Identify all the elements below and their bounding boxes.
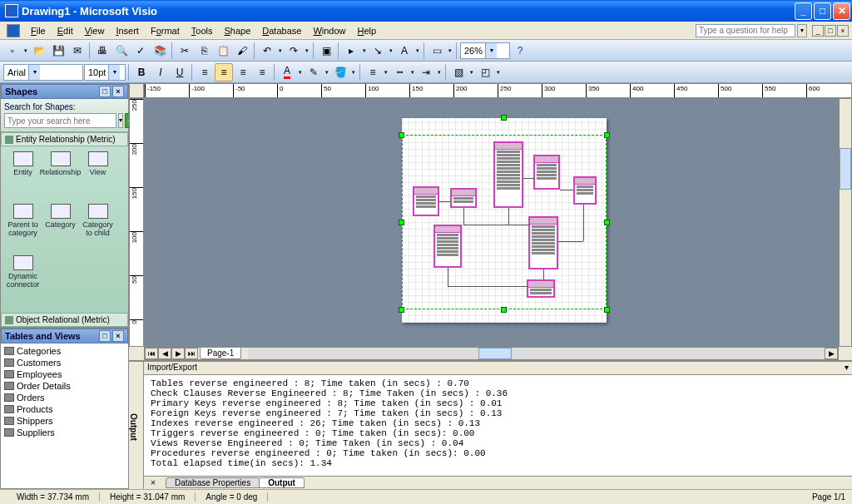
- bold-button[interactable]: B: [132, 63, 151, 82]
- entity-box[interactable]: [433, 225, 462, 268]
- tab-output[interactable]: Output: [259, 477, 305, 488]
- entity-box[interactable]: [493, 141, 523, 208]
- mdi-restore[interactable]: □: [825, 25, 836, 37]
- scrollbar-horizontal[interactable]: [248, 348, 825, 359]
- cut-button[interactable]: ✂: [176, 42, 194, 60]
- shape-dynamic-connector[interactable]: Dynamic connector: [4, 255, 42, 295]
- page-tab[interactable]: Page-1: [200, 348, 241, 359]
- copy-button[interactable]: ⎘: [195, 42, 213, 60]
- undo-button[interactable]: ↶: [258, 42, 276, 60]
- table-item[interactable]: Categories: [2, 345, 126, 357]
- page-nav-first[interactable]: ⏮: [145, 348, 158, 359]
- shape-category[interactable]: Category: [42, 204, 79, 244]
- shapes-pane-close[interactable]: ×: [112, 86, 124, 97]
- entity-box[interactable]: [573, 176, 597, 205]
- print-button[interactable]: 🖶: [93, 42, 111, 60]
- scroll-right-button[interactable]: ▶: [825, 348, 838, 359]
- research-button[interactable]: 📚: [151, 42, 169, 60]
- table-item[interactable]: Shippers: [2, 415, 126, 427]
- align-center-button[interactable]: ≡: [215, 63, 233, 82]
- rectangle-tool[interactable]: ▭: [428, 42, 446, 60]
- menu-edit[interactable]: Edit: [52, 24, 79, 37]
- connector-tool[interactable]: ↘: [369, 42, 387, 60]
- zoom-combo[interactable]: 26%▾: [460, 42, 510, 59]
- paste-button[interactable]: 📋: [214, 42, 232, 60]
- table-item[interactable]: Products: [2, 403, 126, 415]
- shape-view[interactable]: View: [79, 151, 116, 191]
- entity-box[interactable]: [533, 155, 560, 190]
- mdi-minimize[interactable]: _: [812, 25, 824, 37]
- font-color-button[interactable]: A: [278, 63, 296, 82]
- line-color-button[interactable]: ✎: [305, 63, 323, 82]
- tab-database-properties[interactable]: Database Properties: [166, 477, 260, 488]
- tables-pane-toggle[interactable]: □: [99, 330, 111, 342]
- align-right-button[interactable]: ≡: [234, 63, 252, 82]
- shapes-window-button[interactable]: ▣: [317, 42, 335, 60]
- entity-box[interactable]: [528, 216, 558, 269]
- print-preview-button[interactable]: 🔍: [112, 42, 131, 60]
- drawing-page[interactable]: [402, 118, 607, 323]
- font-size-combo[interactable]: 10pt▾: [84, 64, 126, 81]
- shapes-pane-toggle[interactable]: □: [99, 86, 111, 97]
- entity-box[interactable]: [527, 279, 555, 298]
- format-painter-button[interactable]: 🖌: [233, 42, 251, 60]
- menu-database[interactable]: Database: [256, 24, 307, 37]
- menu-insert[interactable]: Insert: [110, 24, 145, 37]
- shadow-button[interactable]: ▧: [449, 63, 468, 82]
- tables-pane-close[interactable]: ×: [112, 330, 124, 342]
- align-left-button[interactable]: ≡: [196, 63, 214, 82]
- underline-button[interactable]: U: [171, 63, 189, 82]
- page-nav-prev[interactable]: ◀: [158, 348, 171, 359]
- shapes-search-dd[interactable]: ▾: [118, 113, 123, 128]
- shape-relationship[interactable]: Relationship: [42, 151, 79, 191]
- shape-entity[interactable]: Entity: [4, 151, 42, 191]
- mdi-close[interactable]: ×: [837, 25, 849, 37]
- corner-button[interactable]: ◰: [476, 63, 494, 82]
- shapes-search-input[interactable]: [4, 113, 116, 128]
- menu-file[interactable]: File: [25, 24, 52, 37]
- fill-color-button[interactable]: 🪣: [331, 63, 349, 82]
- help-search-input[interactable]: [696, 24, 795, 37]
- line-weight-button[interactable]: ≡: [364, 63, 382, 82]
- menu-help[interactable]: Help: [352, 24, 383, 37]
- output-close-button[interactable]: ×: [147, 477, 159, 489]
- table-item[interactable]: Suppliers: [2, 427, 126, 438]
- pointer-tool[interactable]: ▸: [342, 42, 360, 60]
- menu-tools[interactable]: Tools: [186, 24, 219, 37]
- drawing-canvas[interactable]: [144, 98, 839, 347]
- entity-box[interactable]: [450, 188, 477, 208]
- text-tool[interactable]: A: [395, 42, 414, 60]
- help-search-dropdown[interactable]: ▾: [797, 24, 807, 37]
- shape-parent-to-category[interactable]: Parent to category: [4, 204, 42, 244]
- new-button[interactable]: ▫: [3, 42, 22, 60]
- save-button[interactable]: 💾: [49, 42, 67, 60]
- table-item[interactable]: Employees: [2, 368, 126, 380]
- page-nav-last[interactable]: ⏭: [185, 348, 198, 359]
- close-button[interactable]: ✕: [833, 2, 850, 20]
- minimize-button[interactable]: _: [795, 2, 812, 20]
- open-button[interactable]: 📂: [30, 42, 48, 60]
- line-pattern-button[interactable]: ┅: [390, 63, 409, 82]
- font-combo[interactable]: Arial▾: [3, 64, 83, 81]
- spelling-button[interactable]: ✓: [131, 42, 150, 60]
- menu-window[interactable]: Window: [307, 24, 351, 37]
- menu-shape[interactable]: Shape: [218, 24, 256, 37]
- align-justify-button[interactable]: ≡: [253, 63, 271, 82]
- table-item[interactable]: Orders: [2, 392, 126, 403]
- italic-button[interactable]: I: [151, 63, 170, 82]
- scrollbar-vertical[interactable]: [839, 98, 852, 347]
- entity-box[interactable]: [413, 186, 439, 216]
- redo-button[interactable]: ↷: [285, 42, 303, 60]
- line-ends-button[interactable]: ⇥: [417, 63, 435, 82]
- table-item[interactable]: Order Details: [2, 380, 126, 392]
- page-nav-next[interactable]: ▶: [171, 348, 185, 359]
- email-button[interactable]: ✉: [68, 42, 87, 60]
- stencil-entity-relationship[interactable]: Entity Relationship (Metric): [1, 132, 128, 146]
- maximize-button[interactable]: □: [814, 2, 831, 20]
- menu-view[interactable]: View: [79, 24, 111, 37]
- stencil-object-relational[interactable]: Object Relational (Metric): [1, 313, 128, 327]
- output-dropdown[interactable]: ▾: [845, 363, 849, 373]
- table-item[interactable]: Customers: [2, 357, 126, 368]
- shape-category-to-child[interactable]: Category to child: [79, 204, 116, 244]
- help-button[interactable]: ?: [511, 42, 529, 60]
